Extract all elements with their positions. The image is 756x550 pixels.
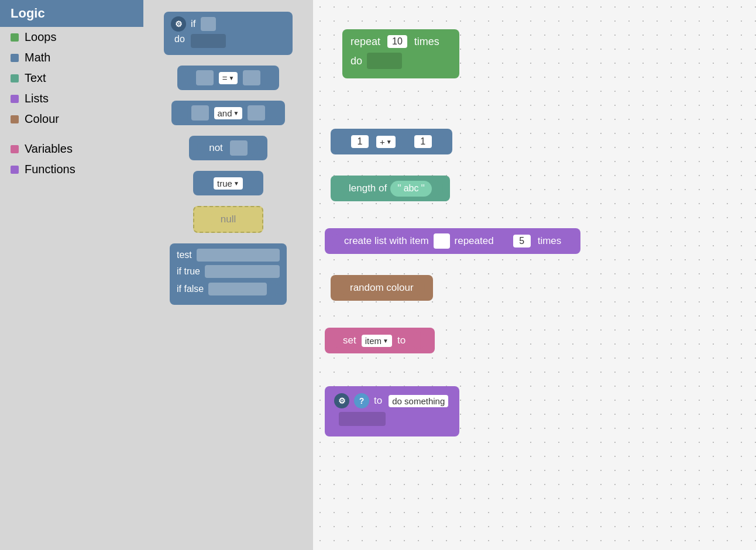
not-block[interactable]: not <box>189 136 267 160</box>
right-notch-null <box>239 212 248 227</box>
text-block[interactable]: length of " abc " <box>331 176 450 201</box>
func-block-container[interactable]: ⚙ ? to do something <box>325 386 459 436</box>
ternary-test-label: test <box>177 250 192 260</box>
list-block[interactable]: create list with item repeated 5 times <box>325 228 580 254</box>
sidebar-item-loops[interactable]: Loops <box>0 27 143 47</box>
math-block-container[interactable]: 1 + ▼ 1 <box>331 129 452 154</box>
true-dropdown[interactable]: true ▼ <box>214 177 243 190</box>
palette-and-item: and ▼ <box>149 101 307 125</box>
palette-equals-item: = ▼ <box>149 66 307 90</box>
if-condition-slot <box>201 17 216 31</box>
palette-true-item: true ▼ <box>149 171 307 195</box>
math-block[interactable]: 1 + ▼ 1 <box>331 129 452 154</box>
sidebar-loops-label: Loops <box>25 30 57 44</box>
repeat-do-label: do <box>350 55 362 67</box>
sidebar-math-label: Math <box>25 51 50 64</box>
left-notch-list2 <box>499 233 506 249</box>
repeat-block-container[interactable]: repeat 10 times do <box>342 29 459 78</box>
repeat-times-label: times <box>414 36 439 48</box>
text-block-container[interactable]: length of " abc " <box>331 176 450 201</box>
if-label: if <box>191 18 196 30</box>
dropdown-arrow-icon: ▼ <box>228 75 234 81</box>
sidebar-item-colour[interactable]: Colour <box>0 109 143 129</box>
var-name-dropdown[interactable]: item ▼ <box>362 335 392 347</box>
var-set-block-container[interactable]: set item ▼ to <box>325 328 435 353</box>
ternary-iftrue-slot <box>205 265 280 278</box>
ternary-iftrue-label: if true <box>177 266 200 277</box>
and-block[interactable]: and ▼ <box>171 101 286 125</box>
sidebar-item-math[interactable]: Math <box>0 47 143 68</box>
sidebar-item-variables[interactable]: Variables <box>0 139 143 159</box>
func-name-field[interactable]: do something <box>389 395 448 407</box>
right-notch <box>264 70 272 85</box>
colour-label: random colour <box>350 282 414 294</box>
equals-op-dropdown[interactable]: = ▼ <box>219 72 238 84</box>
left-notch-true <box>201 176 208 191</box>
left-notch-list <box>332 233 339 249</box>
sidebar-item-logic[interactable]: Logic <box>0 0 143 27</box>
ternary-test-slot <box>197 249 280 262</box>
equals-left-slot <box>196 70 214 85</box>
func-block[interactable]: ⚙ ? to do something <box>325 386 459 436</box>
math-op-arrow-icon: ▼ <box>386 139 392 145</box>
and-op-dropdown[interactable]: and ▼ <box>214 107 243 119</box>
list-block-container[interactable]: create list with item repeated 5 times <box>325 228 580 254</box>
sidebar: Logic Loops Math Text Lists Colour Varia… <box>0 0 143 550</box>
func-question-icon: ? <box>354 393 369 408</box>
lists-dot <box>11 95 19 103</box>
math-op-dropdown[interactable]: + ▼ <box>376 136 396 148</box>
colour-block[interactable]: random colour <box>331 275 433 301</box>
func-to-label: to <box>374 395 382 407</box>
text-content: abc <box>404 183 419 194</box>
loops-dot <box>11 33 19 42</box>
list-times-val[interactable]: 5 <box>513 235 531 248</box>
sidebar-logic-label: Logic <box>11 6 45 20</box>
func-name-label: do something <box>392 396 445 406</box>
left-notch-colour <box>339 280 346 296</box>
repeat-value[interactable]: 10 <box>387 35 407 48</box>
ternary-iffalse-slot <box>208 283 267 295</box>
sidebar-item-lists[interactable]: Lists <box>0 88 143 109</box>
var-set-block[interactable]: set item ▼ to <box>325 328 435 353</box>
right-notch-true <box>248 176 255 191</box>
math-left-val[interactable]: 1 <box>351 135 369 148</box>
var-arrow-icon: ▼ <box>383 338 389 344</box>
repeat-label: repeat <box>350 36 380 48</box>
right-notch-text <box>435 180 443 197</box>
math-right-val[interactable]: 1 <box>414 135 432 148</box>
left-notch-math2 <box>401 133 408 150</box>
sidebar-functions-label: Functions <box>25 163 75 176</box>
to-label: to <box>397 335 406 346</box>
list-create-label: create list with item <box>344 235 429 247</box>
if-block[interactable]: ⚙ if do <box>164 12 293 55</box>
right-notch-and <box>269 105 277 121</box>
equals-block[interactable]: = ▼ <box>177 66 280 90</box>
variables-dot <box>11 145 19 153</box>
left-notch-null <box>209 212 217 227</box>
true-dropdown-arrow-icon: ▼ <box>233 180 239 187</box>
sidebar-item-functions[interactable]: Functions <box>0 159 143 180</box>
and-left-slot <box>191 105 209 121</box>
left-notch-not <box>197 140 205 156</box>
equals-right-slot <box>243 70 260 85</box>
repeat-block[interactable]: repeat 10 times do <box>342 29 459 78</box>
true-block[interactable]: true ▼ <box>193 171 263 195</box>
left-notch-math <box>338 133 345 150</box>
colour-block-container[interactable]: random colour <box>331 275 433 301</box>
and-dropdown-arrow-icon: ▼ <box>233 110 239 116</box>
func-gear-icon: ⚙ <box>334 393 349 408</box>
right-notch-list <box>566 233 573 249</box>
text-length-label: length of <box>349 183 387 194</box>
palette-ternary-item: test if true if false <box>149 243 307 305</box>
sidebar-item-text[interactable]: Text <box>0 68 143 88</box>
text-string-val[interactable]: " abc " <box>390 181 432 197</box>
ternary-block[interactable]: test if true if false <box>170 243 287 305</box>
right-notch-colour <box>417 280 425 296</box>
right-notch-var <box>420 332 428 349</box>
null-block[interactable]: null <box>193 206 263 233</box>
set-label: set <box>343 335 356 346</box>
sidebar-variables-label: Variables <box>25 142 73 156</box>
palette-not-item: not <box>149 136 307 160</box>
and-right-slot <box>248 105 265 121</box>
left-notch-and <box>180 105 188 121</box>
